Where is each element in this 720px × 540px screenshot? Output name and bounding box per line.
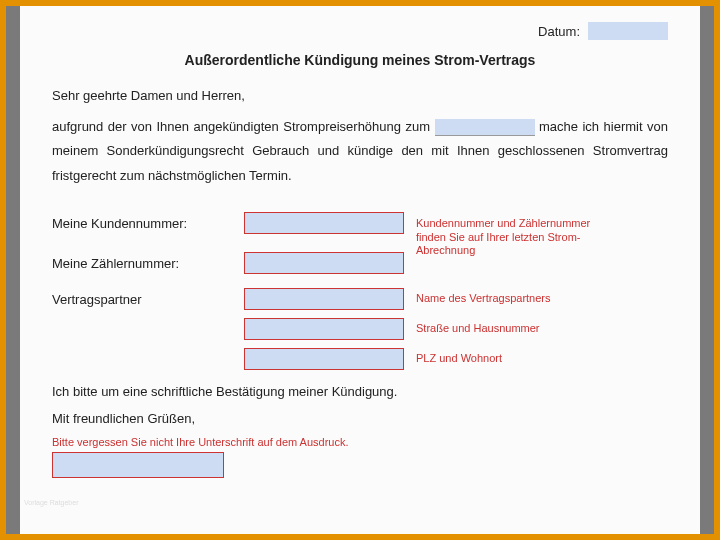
date-label: Datum:: [538, 24, 580, 39]
field-strasse[interactable]: [244, 318, 404, 340]
hint-strasse: Straße und Hausnummer: [416, 322, 540, 336]
date-field[interactable]: [588, 22, 668, 40]
signoff-text: Mit freundlichen Grüßen,: [52, 411, 668, 426]
main-paragraph: aufgrund der von Ihnen angekündigten Str…: [52, 115, 668, 189]
right-gutter: [700, 6, 714, 534]
field-ort[interactable]: [244, 348, 404, 370]
hint-ort: PLZ und Wohnort: [416, 352, 502, 366]
label-zaehlernummer: Meine Zählernummer:: [52, 256, 232, 271]
form-grid: Meine Kundennummer: Kundennummer und Zäh…: [52, 203, 668, 370]
row-partner: Vertragspartner Name des Vertragspartner…: [52, 288, 668, 310]
hint-kundennummer: Kundennummer und Zählernummer finden Sie…: [416, 217, 616, 258]
confirmation-text: Ich bitte um eine schriftliche Bestätigu…: [52, 384, 668, 399]
salutation: Sehr geehrte Damen und Herren,: [52, 84, 668, 109]
field-zaehlernummer[interactable]: [244, 252, 404, 274]
label-partner: Vertragspartner: [52, 292, 232, 307]
label-kundennummer: Meine Kundennummer:: [52, 216, 232, 231]
document-title: Außerordentliche Kündigung meines Strom-…: [52, 52, 668, 68]
signature-field[interactable]: [52, 452, 224, 478]
row-ort: PLZ und Wohnort: [52, 348, 668, 370]
price-increase-date-field[interactable]: [435, 119, 535, 136]
field-partner[interactable]: [244, 288, 404, 310]
watermark-text: Vorlage Ratgeber: [24, 499, 78, 506]
hint-partner: Name des Vertragspartners: [416, 292, 551, 306]
page-content: Datum: Außerordentliche Kündigung meines…: [20, 6, 700, 534]
para-part-a: aufgrund der von Ihnen angekündigten Str…: [52, 119, 435, 134]
row-strasse: Straße und Hausnummer: [52, 318, 668, 340]
left-gutter: [6, 6, 20, 534]
field-kundennummer[interactable]: [244, 212, 404, 234]
row-kundennummer: Meine Kundennummer: Kundennummer und Zäh…: [52, 203, 668, 244]
date-row: Datum:: [52, 22, 668, 40]
document-frame: Datum: Außerordentliche Kündigung meines…: [0, 0, 720, 540]
signature-hint: Bitte vergessen Sie nicht Ihre Unterschr…: [52, 436, 668, 450]
